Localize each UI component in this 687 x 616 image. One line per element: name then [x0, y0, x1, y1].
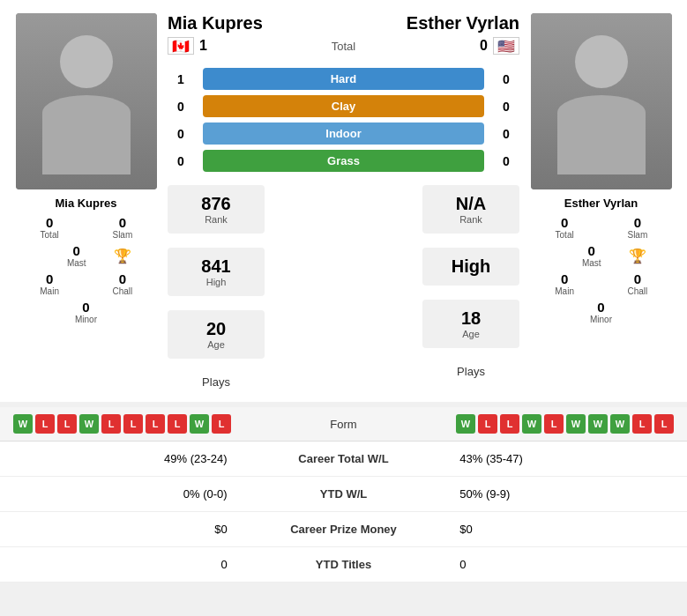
player2-rank-label: Rank [436, 214, 506, 225]
player2-total-stat: 0 Total [530, 215, 600, 240]
player1-main-label: Main [40, 286, 59, 296]
player1-form-badge-4: L [101, 414, 121, 434]
player2-flag-row: 0 🇺🇸 [480, 37, 519, 55]
player2-trophy-icon: 🏆 [629, 248, 646, 264]
stats-center-3: YTD Titles [241, 547, 447, 583]
player1-heading: Mia Kupres [168, 13, 263, 33]
surface-score-right-3: 0 [493, 154, 519, 168]
player1-form-badge-9: L [212, 414, 231, 434]
surface-row-grass: 0 Grass 0 [168, 150, 519, 172]
player1-high-box: 841 High [168, 248, 265, 296]
stats-row-3: 0 YTD Titles 0 [0, 547, 687, 583]
player2-age-value: 18 [436, 308, 506, 329]
stats-right-3: 0 [446, 547, 687, 583]
stats-center-1: YTD W/L [241, 477, 447, 512]
player2-info-col: N/A Rank High 18 Age Plays [422, 181, 519, 389]
player1-slam-stat: 0 Slam [88, 215, 158, 240]
avatar-head [60, 35, 113, 88]
player2-form-badge-8: L [632, 414, 652, 434]
stats-table: 49% (23-24) Career Total W/L 43% (35-47)… [0, 442, 687, 583]
player2-form-badge-7: W [610, 414, 630, 434]
stats-row-0: 49% (23-24) Career Total W/L 43% (35-47) [0, 442, 687, 477]
player1-main-stat: 0 Main [15, 271, 85, 296]
stats-row-2: $0 Career Prize Money $0 [0, 512, 687, 547]
player1-plays-label: Plays [202, 375, 230, 389]
player2-form-badge-4: L [544, 414, 564, 434]
player2-trophy-col: 🏆 [630, 243, 646, 268]
surface-row-indoor: 0 Indoor 0 [168, 122, 519, 145]
player1-card: Mia Kupres 0 Total 0 Slam 0 Mast 🏆 0 Mai… [9, 13, 163, 389]
player2-high-value: High [436, 256, 506, 277]
player2-chall-label: Chall [627, 286, 647, 296]
player2-total-value: 0 [561, 215, 568, 230]
player2-main-label: Main [555, 286, 574, 296]
player1-form-badge-8: W [190, 414, 209, 434]
player2-mast-stat: 0 Mast [556, 243, 626, 268]
player1-slam-label: Slam [112, 230, 132, 240]
player2-age-label: Age [436, 329, 506, 339]
player1-high-value: 841 [181, 256, 251, 277]
info-boxes-row: 876 Rank 841 High 20 Age Plays N/A Rank [168, 181, 519, 389]
stats-left-0: 49% (23-24) [0, 442, 241, 477]
player2-form-badge-3: W [522, 414, 541, 434]
player1-mast-value: 0 [73, 243, 80, 258]
player1-chall-label: Chall [112, 286, 132, 296]
stats-row-1: 0% (0-0) YTD W/L 50% (9-9) [0, 477, 687, 512]
player2-form-badges: WLLWLWWWLL [397, 414, 675, 434]
player1-rank-box: 876 Rank [168, 185, 265, 234]
player2-form-badge-5: W [566, 414, 586, 434]
stats-left-2: $0 [0, 512, 241, 547]
surface-row-clay: 0 Clay 0 [168, 95, 519, 117]
player2-mast-value: 0 [588, 243, 595, 258]
usa-flag: 🇺🇸 [493, 37, 519, 55]
player1-name: Mia Kupres [55, 197, 116, 210]
player1-total-label: Total [41, 230, 59, 240]
player1-chall-stat: 0 Chall [88, 271, 158, 296]
player1-form-badge-2: L [57, 414, 77, 434]
form-row: WLLWLLLLWL Form WLLWLWWWLL [0, 407, 687, 442]
player2-total-label: Total [556, 230, 574, 240]
player1-mast-stat: 0 Mast [41, 243, 111, 268]
surface-row-hard: 1 Hard 0 [168, 68, 519, 90]
stats-left-3: 0 [0, 547, 241, 583]
player1-avatar [16, 13, 157, 189]
player2-chall-value: 0 [634, 271, 641, 286]
surface-score-left-0: 1 [168, 72, 194, 86]
player1-age-label: Age [181, 339, 251, 350]
player1-slam-value: 0 [119, 215, 126, 230]
player2-total-score: 0 [480, 38, 488, 54]
player1-mast-label: Mast [67, 258, 86, 268]
player2-plays-label: Plays [457, 365, 485, 378]
surface-badge-hard: Hard [203, 68, 484, 90]
avatar-body [42, 95, 131, 174]
player2-slam-stat: 0 Slam [603, 215, 673, 240]
surface-badge-clay: Clay [203, 95, 484, 117]
player2-form-badge-0: W [456, 414, 475, 434]
player1-minor-value: 0 [82, 300, 89, 315]
player1-rank-value: 876 [181, 194, 251, 214]
player1-form-badge-7: L [168, 414, 187, 434]
player2-stats: 0 Total 0 Slam 0 Mast 🏆 0 Main 0 Chall [524, 215, 678, 324]
player1-form-badge-3: W [79, 414, 99, 434]
player1-age-value: 20 [181, 319, 251, 339]
surface-score-left-2: 0 [168, 127, 194, 141]
avatar2-head [575, 35, 628, 88]
player2-rank-value: N/A [436, 194, 506, 214]
player1-flag-row: 🇨🇦 1 [168, 37, 207, 55]
player-headings-row: Mia Kupres Esther Vyrlan [168, 13, 519, 33]
player2-card: Esther Vyrlan 0 Total 0 Slam 0 Mast 🏆 0 … [524, 13, 678, 389]
flags-total-row: 🇨🇦 1 Total 0 🇺🇸 [168, 37, 519, 55]
player2-minor-value: 0 [597, 300, 604, 315]
surface-score-right-1: 0 [493, 100, 519, 114]
player1-form-badge-5: L [123, 414, 143, 434]
player1-rank-label: Rank [181, 214, 251, 225]
player1-minor-stat: 0 Minor [51, 300, 121, 324]
player2-form-badge-1: L [478, 414, 497, 434]
player2-minor-stat: 0 Minor [566, 300, 636, 324]
player2-mast-label: Mast [582, 258, 601, 268]
player1-total-score: 1 [199, 38, 207, 54]
surface-score-right-0: 0 [493, 72, 519, 86]
player1-total-stat: 0 Total [15, 215, 85, 240]
player1-total-value: 0 [46, 215, 53, 230]
player1-form-badge-1: L [35, 414, 55, 434]
